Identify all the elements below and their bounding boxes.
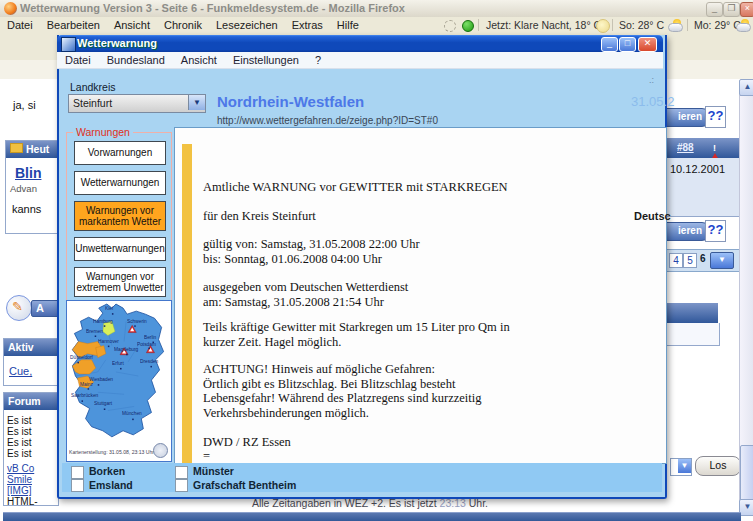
scroll-up-button[interactable]: ▲ bbox=[739, 79, 753, 96]
thread-title-link[interactable]: Blin bbox=[15, 165, 41, 181]
category-header-bar bbox=[663, 303, 718, 323]
dialog-title: Wetterwarnung bbox=[77, 37, 157, 49]
menu-datei[interactable]: Datei bbox=[0, 17, 40, 33]
weather-saturday[interactable]: So: 28° C bbox=[619, 19, 664, 31]
vbcode-link[interactable]: vB Co bbox=[7, 463, 34, 474]
menu-lesezeichen[interactable]: Lesezeichen bbox=[209, 17, 285, 33]
warning-headline: Amtliche WARNUNG vor GEWITTER mit STARKR… bbox=[203, 180, 643, 195]
chevron-down-icon[interactable]: ▼ bbox=[188, 95, 205, 110]
scrollbar-thumb[interactable] bbox=[740, 445, 753, 502]
post-info-panel: 10.12.2001 bbox=[663, 158, 747, 217]
reply-button[interactable]: ✎ bbox=[6, 295, 32, 321]
checkbox-label-muenster[interactable]: Münster bbox=[193, 465, 234, 477]
map-city-label: Dresden bbox=[140, 359, 158, 364]
checkbox-emsland[interactable] bbox=[71, 479, 84, 492]
menu-extras[interactable]: Extras bbox=[285, 17, 330, 33]
user-link[interactable]: Cue, bbox=[9, 365, 32, 377]
los-button[interactable]: Los bbox=[695, 456, 741, 476]
checkbox-borken[interactable] bbox=[71, 466, 84, 479]
warning-attention-4: Verkehrsbehinderungen möglich. bbox=[203, 406, 643, 421]
thread-panel: Heut Blin Advan kanns bbox=[5, 140, 59, 234]
minimize-button[interactable]: _ bbox=[706, 2, 723, 17]
map-city-label: Magdeburg bbox=[114, 347, 138, 352]
menu-hilfe[interactable]: Hilfe bbox=[330, 17, 366, 33]
folder-icon bbox=[10, 143, 23, 153]
dialog-titlebar[interactable]: Wetterwarnung _ □ ✕ bbox=[57, 35, 663, 52]
map-city-label: Bremen bbox=[86, 329, 103, 334]
forum-rules-panel: Forum Es ist Es ist Es ist Es ist vB Co … bbox=[3, 392, 59, 506]
checkbox-label-emsland[interactable]: Emsland bbox=[89, 479, 133, 491]
post-number-link[interactable]: #88 bbox=[677, 142, 694, 153]
dialog-menu-bundesland[interactable]: Bundesland bbox=[99, 52, 173, 68]
map-city-label: Erfurt bbox=[112, 361, 124, 366]
weather-now[interactable]: Jetzt: Klare Nacht, 18° C bbox=[486, 19, 601, 31]
menu-bearbeiten[interactable]: Bearbeiten bbox=[40, 17, 107, 33]
map-city-label: Düsseldorf bbox=[70, 355, 93, 360]
dialog-menu-einstellungen[interactable]: Einstellungen bbox=[225, 52, 307, 68]
dialog-menu-datei[interactable]: Datei bbox=[57, 52, 99, 68]
post-text-fragment: kanns bbox=[12, 203, 41, 215]
checkbox-label-grafschaft-bentheim[interactable]: Grafschaft Bentheim bbox=[193, 479, 296, 491]
subtitle-fragment: Advan bbox=[10, 183, 37, 194]
neighbor-districts-strip: Borken Emsland Münster Grafschaft Benthe… bbox=[62, 463, 662, 492]
status-led-icon[interactable] bbox=[462, 20, 474, 32]
landkreis-value: Steinfurt bbox=[73, 97, 112, 109]
checkbox-label-borken[interactable]: Borken bbox=[89, 465, 125, 477]
landkreis-dropdown[interactable]: Steinfurt ▼ bbox=[68, 94, 206, 113]
warning-map: Kiel Hamburg Schwerin Bremen Hannover Be… bbox=[66, 300, 172, 462]
multiquote-icon[interactable]: ?? bbox=[705, 106, 726, 128]
map-city-label: Potsdam bbox=[137, 342, 156, 347]
menu-chronik[interactable]: Chronik bbox=[157, 17, 209, 33]
warning-attention-3: Lebensgefahr! Während des Platzregens si… bbox=[203, 391, 643, 406]
dialog-minimize-button[interactable]: _ bbox=[601, 37, 618, 52]
menu-ansicht[interactable]: Ansicht bbox=[107, 17, 157, 33]
page-link-5[interactable]: 5 bbox=[683, 253, 697, 268]
smileys-link[interactable]: Smile bbox=[7, 474, 32, 485]
post-date: 10.12.2001 bbox=[670, 163, 725, 175]
markantes-wetter-button[interactable]: Warnungen vor markantem Wetter bbox=[74, 201, 166, 231]
wetterwarnungen-button[interactable]: Wetterwarnungen bbox=[74, 171, 166, 195]
post-header-bar: #88 bbox=[663, 138, 745, 158]
page-current-6: 6 bbox=[700, 253, 706, 264]
moon-icon bbox=[596, 19, 610, 33]
firefox-titlebar[interactable]: Wetterwarnung Version 3 - Seite 6 - Funk… bbox=[0, 0, 753, 18]
restore-button[interactable]: ❐ bbox=[723, 2, 740, 17]
page-link-4[interactable]: 4 bbox=[669, 253, 683, 268]
post-text-fragment: ja, si bbox=[13, 99, 36, 111]
state-heading: Nordrhein-Westfalen bbox=[217, 93, 364, 110]
dialog-menu-ansicht[interactable]: Ansicht bbox=[173, 52, 225, 68]
checkbox-muenster[interactable] bbox=[175, 466, 188, 479]
jump-dropdown[interactable]: ▼ bbox=[670, 458, 692, 476]
dialog-maximize-button[interactable]: □ bbox=[619, 37, 636, 52]
close-button[interactable]: × bbox=[740, 2, 753, 17]
warning-separator: = bbox=[203, 449, 643, 464]
scroll-down-button[interactable]: ▼ bbox=[739, 499, 753, 516]
radar-icon[interactable] bbox=[444, 20, 456, 32]
chevron-down-icon: ▼ bbox=[678, 459, 691, 473]
resize-grip-dots: .: bbox=[649, 75, 654, 85]
pagination-bar: 4 5 6 ▼ bbox=[663, 249, 740, 272]
category-body-panel bbox=[663, 323, 720, 346]
page-dropdown-button[interactable]: ▼ bbox=[710, 252, 734, 269]
unwetterwarnungen-button[interactable]: Unwetterwarnungen bbox=[74, 237, 166, 261]
map-city-label: Hamburg bbox=[93, 319, 113, 324]
page-scrollbar[interactable] bbox=[739, 95, 753, 500]
warning-description-1: Teils kräftige Gewitter mit Starkregen u… bbox=[203, 320, 643, 335]
multiquote-icon[interactable]: ?? bbox=[705, 220, 726, 242]
pencil-icon: ✎ bbox=[12, 299, 23, 314]
warning-signature: DWD / RZ Essen bbox=[203, 435, 643, 450]
extremes-unwetter-button[interactable]: Warnungen vor extremem Unwetter bbox=[74, 267, 166, 297]
map-city-label: Hannover bbox=[98, 339, 119, 344]
warning-level-bar bbox=[182, 144, 192, 463]
checkbox-grafschaft-bentheim[interactable] bbox=[175, 479, 188, 492]
rule-text: Es ist bbox=[7, 448, 31, 459]
dialog-close-button[interactable]: ✕ bbox=[638, 37, 657, 52]
warning-issued-at: am: Samstag, 31.05.2008 21:54 Uhr bbox=[203, 295, 643, 310]
rule-text: Es ist bbox=[7, 437, 31, 448]
weather-monday[interactable]: Mo: 29° C bbox=[694, 19, 741, 31]
map-caption: Kartenerstellung: 31.05.08, 23:13 Uhr bbox=[69, 450, 154, 455]
header-date: 31.05.2 bbox=[631, 94, 674, 109]
img-code-link[interactable]: [IMG] bbox=[7, 485, 31, 496]
vorwarnungen-button[interactable]: Vorwarnungen bbox=[74, 141, 166, 165]
dialog-menu-help[interactable]: ? bbox=[307, 52, 329, 68]
